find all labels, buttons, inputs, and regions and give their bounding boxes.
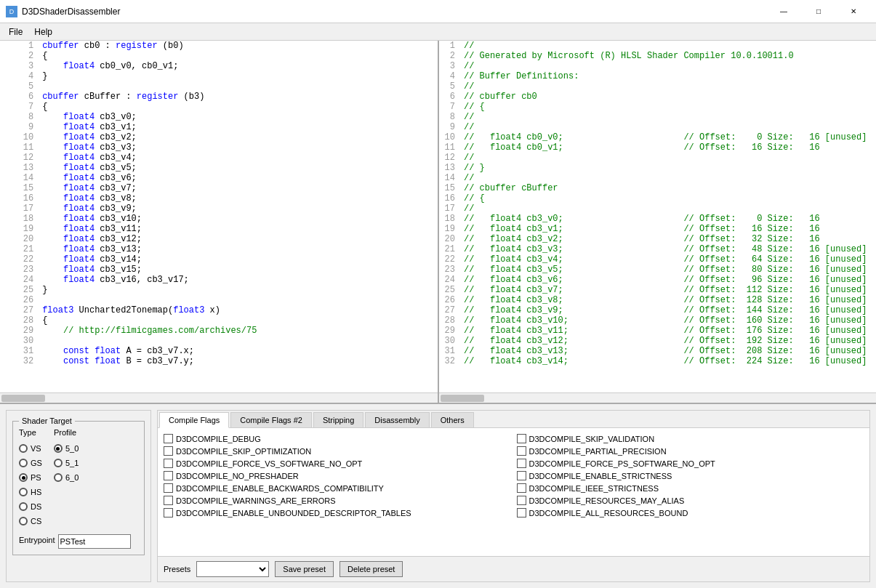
flag-no_preshader[interactable]: D3DCOMPILE_NO_PRESHADER	[164, 471, 511, 480]
flag-skip_optimization[interactable]: D3DCOMPILE_SKIP_OPTIMIZATION	[164, 446, 511, 456]
flag-checkbox-debug[interactable]	[164, 434, 173, 443]
table-row: 30// float4 cb3_v12; // Offset: 192 Size…	[439, 336, 877, 346]
flag-checkbox-skip_optimization[interactable]	[164, 446, 173, 456]
profile-radio-6_0[interactable]: 6_0	[54, 470, 79, 485]
flag-label: D3DCOMPILE_FORCE_PS_SOFTWARE_NO_OPT	[529, 459, 715, 468]
profile-radio-5_0[interactable]: 5_0	[54, 441, 79, 456]
table-row: 18// float4 cb3_v0; // Offset: 0 Size: 1…	[439, 214, 877, 224]
table-row: 17//	[439, 204, 877, 214]
table-row: 7// {	[439, 102, 877, 112]
radio-indicator	[19, 473, 28, 482]
table-row: 30	[0, 336, 438, 346]
flag-checkbox-force_ps_software_no_opt[interactable]	[517, 459, 526, 468]
profile-radio-5_1[interactable]: 5_1	[54, 456, 79, 470]
tab-others[interactable]: Others	[431, 412, 474, 427]
flag-warnings_are_errors[interactable]: D3DCOMPILE_WARNINGS_ARE_ERRORS	[164, 496, 511, 505]
table-row: 27float3 Uncharted2Tonemap(float3 x)	[0, 305, 438, 315]
table-row: 32 const float B = cb3_v7.y;	[0, 356, 438, 366]
flag-force_vs_software_no_opt[interactable]: D3DCOMPILE_FORCE_VS_SOFTWARE_NO_OPT	[164, 459, 511, 468]
type-radio-hs[interactable]: HS	[19, 485, 42, 499]
flag-all_resources_bound[interactable]: D3DCOMPILE_ALL_RESOURCES_BOUND	[517, 508, 864, 517]
titlebar: D D3DShaderDisassembler — □ ✕	[0, 0, 876, 23]
flag-skip_validation[interactable]: D3DCOMPILE_SKIP_VALIDATION	[517, 434, 864, 443]
table-row: 4// Buffer Definitions:	[439, 71, 877, 81]
entrypoint-label: Entrypoint	[19, 536, 55, 544]
flag-resources_may_alias[interactable]: D3DCOMPILE_RESOURCES_MAY_ALIAS	[517, 496, 864, 505]
flag-checkbox-partial_precision[interactable]	[517, 446, 526, 456]
flag-label: D3DCOMPILE_RESOURCES_MAY_ALIAS	[529, 496, 685, 505]
table-row: 14//	[439, 173, 877, 183]
entrypoint-input[interactable]	[58, 534, 131, 549]
minimize-button[interactable]: —	[767, 0, 800, 23]
menu-file[interactable]: File	[3, 23, 28, 40]
table-row: 29 // http://filmicgames.com/archives/75	[0, 326, 438, 336]
radio-indicator	[54, 473, 63, 482]
flag-ieee_strictness[interactable]: D3DCOMPILE_IEEE_STRICTNESS	[517, 483, 864, 493]
shader-target-inner: Type VSGSPSHSDSCS Profile 5_05_16_0	[19, 428, 138, 528]
flag-force_ps_software_no_opt[interactable]: D3DCOMPILE_FORCE_PS_SOFTWARE_NO_OPT	[517, 459, 864, 468]
type-radio-ps[interactable]: PS	[19, 470, 42, 485]
table-row: 24 float4 cb3_v16, cb3_v17;	[0, 275, 438, 285]
radio-indicator	[19, 517, 28, 525]
left-h-scrollbar[interactable]	[0, 392, 438, 403]
left-code-area[interactable]: 1cbuffer cb0 : register (b0)2{3 float4 c…	[0, 41, 438, 392]
flag-label: D3DCOMPILE_ENABLE_BACKWARDS_COMPATIBILIT…	[176, 484, 384, 493]
app-icon: D	[6, 6, 17, 17]
flag-checkbox-ieee_strictness[interactable]	[517, 483, 526, 493]
flag-checkbox-warnings_are_errors[interactable]	[164, 496, 173, 505]
table-row: 3 float4 cb0_v0, cb0_v1;	[0, 61, 438, 71]
type-radio-vs[interactable]: VS	[19, 441, 42, 456]
table-row: 19 float4 cb3_v11;	[0, 224, 438, 234]
flag-checkbox-resources_may_alias[interactable]	[517, 496, 526, 505]
profile-column: Profile 5_05_16_0	[54, 428, 79, 528]
table-row: 9//	[439, 122, 877, 132]
table-row: 26// float4 cb3_v8; // Offset: 128 Size:…	[439, 295, 877, 305]
flag-enable_unbounded[interactable]: D3DCOMPILE_ENABLE_UNBOUNDED_DESCRIPTOR_T…	[164, 508, 511, 517]
save-preset-button[interactable]: Save preset	[275, 561, 334, 577]
flag-checkbox-force_vs_software_no_opt[interactable]	[164, 459, 173, 468]
flag-label: D3DCOMPILE_ENABLE_STRICTNESS	[529, 472, 672, 480]
table-row: 28{	[0, 315, 438, 326]
type-radio-ds[interactable]: DS	[19, 499, 42, 514]
flag-label: D3DCOMPILE_FORCE_VS_SOFTWARE_NO_OPT	[176, 459, 362, 468]
titlebar-controls: — □ ✕	[767, 0, 870, 23]
type-radio-gs[interactable]: GS	[19, 456, 42, 470]
right-h-scrollbar[interactable]	[439, 392, 877, 403]
table-row: 20// float4 cb3_v2; // Offset: 32 Size: …	[439, 234, 877, 244]
flag-label: D3DCOMPILE_DEBUG	[176, 435, 261, 443]
flag-checkbox-all_resources_bound[interactable]	[517, 508, 526, 517]
tab-compile-flags[interactable]: Compile Flags	[159, 412, 229, 428]
presets-select[interactable]	[196, 561, 269, 577]
flag-checkbox-enable_strictness[interactable]	[517, 471, 526, 480]
flag-enable_strictness[interactable]: D3DCOMPILE_ENABLE_STRICTNESS	[517, 471, 864, 480]
table-row: 11// float4 cb0_v1; // Offset: 16 Size: …	[439, 142, 877, 153]
shader-target-panel: Shader Target Type VSGSPSHSDSCS Profile …	[6, 410, 151, 582]
table-row: 16// {	[439, 193, 877, 204]
radio-indicator	[54, 459, 63, 467]
flag-partial_precision[interactable]: D3DCOMPILE_PARTIAL_PRECISION	[517, 446, 864, 456]
table-row: 13 float4 cb3_v5;	[0, 163, 438, 173]
flag-checkbox-skip_validation[interactable]	[517, 434, 526, 443]
flag-debug[interactable]: D3DCOMPILE_DEBUG	[164, 434, 511, 443]
type-radio-cs[interactable]: CS	[19, 514, 42, 528]
flag-enable_backwards_compat[interactable]: D3DCOMPILE_ENABLE_BACKWARDS_COMPATIBILIT…	[164, 483, 511, 493]
delete-preset-button[interactable]: Delete preset	[339, 561, 403, 577]
right-code-area[interactable]: 1//2// Generated by Microsoft (R) HLSL S…	[439, 41, 877, 392]
table-row: 12//	[439, 153, 877, 163]
menu-help[interactable]: Help	[28, 23, 58, 40]
close-button[interactable]: ✕	[837, 0, 870, 23]
tab-stripping[interactable]: Stripping	[313, 412, 363, 427]
table-row: 29// float4 cb3_v11; // Offset: 176 Size…	[439, 326, 877, 336]
flag-checkbox-enable_backwards_compat[interactable]	[164, 483, 173, 493]
left-editor: 1cbuffer cb0 : register (b0)2{3 float4 c…	[0, 41, 439, 403]
flag-checkbox-no_preshader[interactable]	[164, 471, 173, 480]
table-row: 31// float4 cb3_v13; // Offset: 208 Size…	[439, 346, 877, 356]
flag-checkbox-enable_unbounded[interactable]	[164, 508, 173, 517]
tab-compile-flags-2[interactable]: Compile Flags #2	[230, 412, 312, 427]
tab-disassembly[interactable]: Disassembly	[365, 412, 429, 427]
maximize-button[interactable]: □	[802, 0, 835, 23]
menubar: File Help	[0, 23, 876, 41]
table-row: 10 float4 cb3_v2;	[0, 132, 438, 142]
table-row: 3//	[439, 61, 877, 71]
right-editor: 1//2// Generated by Microsoft (R) HLSL S…	[439, 41, 877, 403]
